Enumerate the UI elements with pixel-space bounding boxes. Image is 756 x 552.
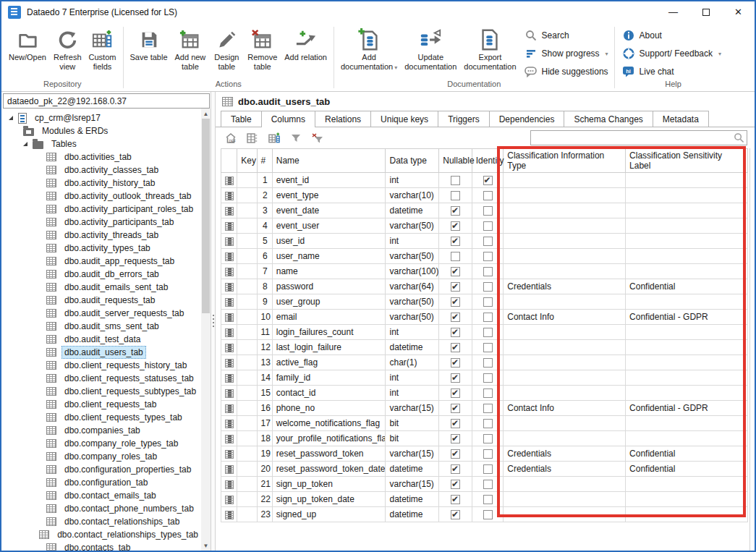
classification-type-cell[interactable] <box>504 416 626 431</box>
classification-label-cell[interactable] <box>626 416 748 431</box>
grid-row[interactable]: 18 your_profile_notifications_flag bit <box>221 431 748 446</box>
classification-label-cell[interactable] <box>626 507 748 522</box>
tree-item-dbo-company_roles_tab[interactable]: dbo.company_roles_tab <box>3 450 201 463</box>
scroll-down-icon[interactable]: ▼ <box>201 540 211 551</box>
tree-item-dbo-audit_requests_tab[interactable]: dbo.audit_requests_tab <box>3 294 201 307</box>
support-feedback-button[interactable]: Support/ Feedback ▾ <box>622 47 721 60</box>
data-type-cell[interactable]: bit <box>386 431 439 446</box>
icon-column-header[interactable] <box>221 149 237 173</box>
identity-checkbox[interactable] <box>483 373 493 383</box>
column-name-cell[interactable]: contact_id <box>272 386 386 401</box>
tree-item-dbo-companies_tab[interactable]: dbo.companies_tab <box>3 424 201 437</box>
column-name-cell[interactable]: email <box>272 310 386 325</box>
classification-label-cell[interactable] <box>626 340 748 355</box>
column-name-cell[interactable]: last_login_failure <box>272 340 386 355</box>
classification-label-cell[interactable] <box>626 249 748 264</box>
nullable-checkbox[interactable] <box>451 388 460 398</box>
col-header-identity[interactable]: Identity <box>472 149 503 173</box>
key-cell[interactable] <box>237 401 257 416</box>
identity-checkbox[interactable] <box>483 267 493 276</box>
hide-suggestions-button[interactable]: Hide suggestions <box>524 65 608 78</box>
grid-row[interactable]: 23 signed_up datetime <box>221 507 748 522</box>
classification-label-cell[interactable] <box>626 294 748 310</box>
tab-dependencies[interactable]: Dependencies <box>489 111 565 127</box>
tree-item-dbo-configuration_tab[interactable]: dbo.configuration_tab <box>3 476 201 489</box>
table-columns-icon[interactable] <box>246 132 259 145</box>
data-type-cell[interactable]: datetime <box>386 492 439 507</box>
classification-label-cell[interactable] <box>626 386 748 401</box>
remove-table-button[interactable]: Remove table <box>244 25 281 71</box>
tree-item-dbo-audit_users_tab[interactable]: dbo.audit_users_tab <box>3 346 201 359</box>
classification-type-cell[interactable] <box>504 355 626 370</box>
tree-item-dbo-contact_relationships_types_tab[interactable]: dbo.contact_relationships_types_tab <box>3 528 201 541</box>
tree-item-dbo-audit_sms_sent_tab[interactable]: dbo.audit_sms_sent_tab <box>3 320 201 333</box>
tree-item-dbo-activities_tab[interactable]: dbo.activities_tab <box>3 150 201 164</box>
nullable-checkbox[interactable] <box>451 252 460 261</box>
data-type-cell[interactable]: char(1) <box>386 355 439 370</box>
tree-item-dbo-client_requests_tab[interactable]: dbo.client_requests_tab <box>3 398 201 411</box>
data-type-cell[interactable]: int <box>386 370 439 386</box>
tab-schema-changes[interactable]: Schema Changes <box>564 111 653 127</box>
column-name-cell[interactable]: user_group <box>272 294 386 310</box>
classification-type-cell[interactable] <box>504 249 626 264</box>
grid-row[interactable]: 7 name varchar(100) <box>221 264 748 279</box>
column-name-cell[interactable]: phone_no <box>272 401 386 416</box>
classification-type-cell[interactable] <box>504 234 626 249</box>
column-name-cell[interactable]: reset_password_token <box>272 446 386 462</box>
tree-item-dbo-audit_app_requests_tab[interactable]: dbo.audit_app_requests_tab <box>3 255 201 268</box>
data-type-cell[interactable]: int <box>386 325 439 340</box>
col-header-num[interactable]: # <box>257 149 272 173</box>
col-header-nullable[interactable]: Nullable <box>439 149 472 173</box>
grid-row[interactable]: 19 reset_password_token varchar(15) Cred… <box>221 446 748 462</box>
key-cell[interactable] <box>237 462 257 477</box>
add-documentation-button[interactable]: Add documentation▾ <box>337 25 401 71</box>
minimize-button[interactable]: — <box>657 1 689 22</box>
classification-type-cell[interactable] <box>504 340 626 355</box>
classification-type-cell[interactable] <box>504 218 626 234</box>
tree-item-dbo-client_requests_types_tab[interactable]: dbo.client_requests_types_tab <box>3 411 201 424</box>
classification-label-cell[interactable]: Confidential <box>626 446 748 462</box>
grid-row[interactable]: 6 user_name varchar(50) <box>221 249 748 264</box>
identity-checkbox[interactable] <box>483 313 493 322</box>
nullable-checkbox[interactable] <box>451 419 460 428</box>
col-header-classification-type[interactable]: Classification Information Type <box>504 149 626 173</box>
key-cell[interactable] <box>237 173 257 188</box>
identity-checkbox[interactable] <box>483 358 493 368</box>
column-name-cell[interactable]: event_type <box>272 188 386 203</box>
tab-table[interactable]: Table <box>221 111 262 127</box>
scroll-up-icon[interactable]: ▲ <box>201 109 211 119</box>
tree-item-dbo-activity_participants_tab[interactable]: dbo.activity_participants_tab <box>3 216 201 229</box>
key-cell[interactable] <box>237 492 257 507</box>
identity-checkbox[interactable] <box>483 328 493 337</box>
tree-item-dbo-activity_history_tab[interactable]: dbo.activity_history_tab <box>3 177 201 190</box>
key-cell[interactable] <box>237 340 257 355</box>
classification-label-cell[interactable] <box>626 234 748 249</box>
identity-checkbox[interactable] <box>483 191 493 200</box>
key-cell[interactable] <box>237 325 257 340</box>
tree-root-database[interactable]: cp_crm@lsrep17 <box>3 111 201 124</box>
grid-row[interactable]: 12 last_login_failure datetime <box>221 340 748 355</box>
nullable-checkbox[interactable] <box>451 191 460 200</box>
classification-label-cell[interactable] <box>626 264 748 279</box>
tree-item-dbo-activity_classes_tab[interactable]: dbo.activity_classes_tab <box>3 164 201 177</box>
grid-row[interactable]: 11 login_failures_count int <box>221 325 748 340</box>
nullable-checkbox[interactable] <box>451 237 460 246</box>
identity-checkbox[interactable] <box>483 480 493 489</box>
grid-row[interactable]: 17 welcome_notifications_flag bit <box>221 416 748 431</box>
tree-item-dbo-client_requests_statuses_tab[interactable]: dbo.client_requests_statuses_tab <box>3 372 201 385</box>
column-name-cell[interactable]: active_flag <box>272 355 386 370</box>
data-type-cell[interactable]: varchar(50) <box>386 249 439 264</box>
grid-row[interactable]: 10 email varchar(50) Contact Info Confid… <box>221 310 748 325</box>
tree-item-dbo-activity_threads_tab[interactable]: dbo.activity_threads_tab <box>3 229 201 242</box>
nullable-checkbox[interactable] <box>451 313 460 322</box>
classification-type-cell[interactable] <box>504 370 626 386</box>
nullable-checkbox[interactable] <box>451 464 460 474</box>
tab-triggers[interactable]: Triggers <box>438 111 490 127</box>
default-fields-icon[interactable]: DEF <box>224 132 237 145</box>
tree-item-dbo-activity_types_tab[interactable]: dbo.activity_types_tab <box>3 242 201 255</box>
key-cell[interactable] <box>237 264 257 279</box>
panel-splitter[interactable] <box>211 92 216 551</box>
key-cell[interactable] <box>237 416 257 431</box>
nullable-checkbox[interactable] <box>451 328 460 337</box>
tab-unique-keys[interactable]: Unique keys <box>370 111 438 127</box>
